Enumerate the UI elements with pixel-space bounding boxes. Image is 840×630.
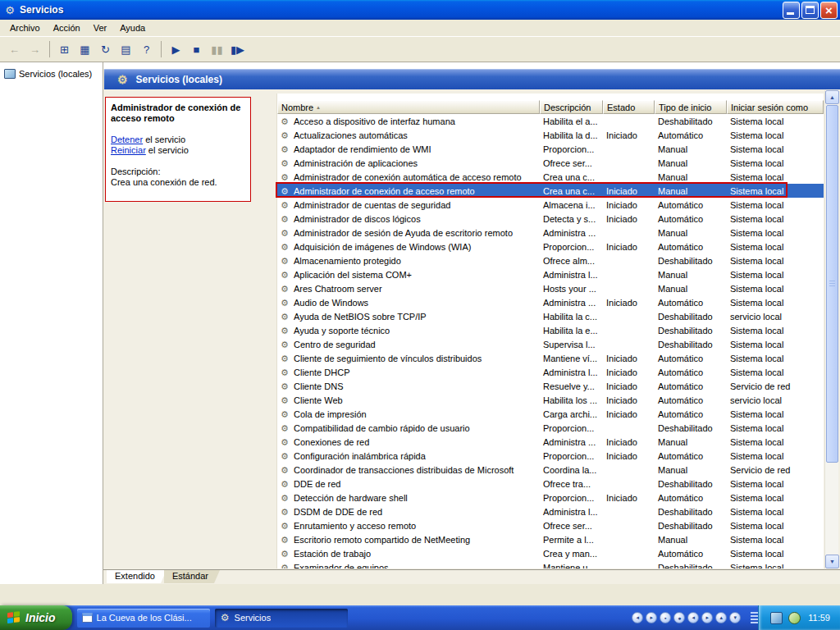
service-name-cell: DSDM de DDE de red [277, 507, 540, 517]
menu-item-ayuda[interactable]: Ayuda [113, 21, 152, 35]
table-row[interactable]: Adaptador de rendimiento de WMIProporcio… [277, 142, 824, 156]
start-button[interactable]: Inicio [0, 605, 72, 630]
media-button[interactable]: ◂ [632, 612, 643, 623]
service-name: Administrador de discos lógicos [294, 214, 421, 224]
table-row[interactable]: Acceso a dispositivo de interfaz humanaH… [277, 114, 824, 128]
service-gear-icon [281, 186, 290, 196]
table-row[interactable]: Escritorio remoto compartido de NetMeeti… [277, 532, 824, 546]
service-startup-type-cell: Automático [655, 214, 727, 224]
system-tray: 11:59 [758, 605, 840, 630]
column-header-4[interactable]: Tipo de inicio [655, 100, 727, 114]
service-startup-type-cell: Manual [655, 158, 727, 168]
table-row[interactable]: Cliente de seguimiento de vínculos distr… [277, 351, 824, 365]
table-row[interactable]: Audio de WindowsAdministra ...IniciadoAu… [277, 295, 824, 309]
table-row[interactable]: Configuración inalámbrica rápidaProporci… [277, 449, 824, 463]
table-row[interactable]: Compatibilidad de cambio rápido de usuar… [277, 421, 824, 435]
column-header-2[interactable]: Descripción [540, 100, 603, 114]
table-row[interactable]: Aplicación del sistema COM+Administra l.… [277, 267, 824, 281]
media-button[interactable]: ◂ [687, 612, 699, 623]
main-top-strip [103, 62, 840, 69]
service-logon-as-cell: Sistema local [727, 563, 824, 569]
vertical-scrollbar[interactable]: ▲ ▼ [824, 90, 838, 568]
service-status-cell: Iniciado [603, 214, 655, 224]
table-row[interactable]: DDE de redOfrece tra...DeshabilitadoSist… [277, 477, 824, 491]
stop-service-icon[interactable]: ■ [187, 40, 206, 58]
service-gear-icon [281, 340, 290, 349]
service-logon-as-cell: Sistema local [727, 214, 824, 224]
table-row[interactable]: Cliente DHCPAdministra l...IniciadoAutom… [277, 365, 824, 379]
table-row[interactable]: Detección de hardware shellProporcion...… [277, 491, 824, 504]
media-button[interactable]: ▴ [715, 612, 727, 623]
service-description-cell: Proporcion... [540, 423, 603, 433]
stop-service-link[interactable]: Detener [111, 135, 143, 144]
restart-service-link[interactable]: Reiniciar [111, 145, 146, 155]
tab-estndar[interactable]: Estándar [164, 570, 220, 583]
menu-item-archivo[interactable]: Archivo [3, 21, 47, 35]
deskband-grip[interactable] [751, 612, 758, 623]
table-row[interactable]: Examinador de equiposMantiene u...Deshab… [277, 560, 824, 568]
table-row[interactable]: Ares Chatroom serverHosts your ...Manual… [277, 281, 824, 295]
export-list-icon[interactable]: ▤ [116, 40, 135, 58]
table-row[interactable]: Almacenamiento protegidoOfrece alm...Des… [277, 253, 824, 267]
table-row[interactable]: Administrador de discos lógicosDetecta y… [277, 212, 824, 226]
table-row[interactable]: Administrador de conexión de acceso remo… [277, 184, 824, 198]
media-button[interactable]: ▸ [646, 612, 657, 623]
table-row[interactable]: Estación de trabajoCrea y man...Automáti… [277, 546, 824, 560]
service-description-cell: Proporcion... [540, 451, 603, 461]
table-row[interactable]: Ayuda y soporte técnicoHabilita la e...D… [277, 323, 824, 337]
table-row[interactable]: Enrutamiento y acceso remotoOfrece ser..… [277, 518, 824, 532]
table-row[interactable]: Cliente DNSResuelve y...IniciadoAutomáti… [277, 379, 824, 393]
tab-extendido[interactable]: Extendido [107, 570, 167, 583]
properties-icon[interactable]: ▦ [75, 40, 94, 58]
service-description-cell: Administra ... [540, 228, 603, 238]
service-name: Ares Chatroom server [294, 284, 382, 294]
table-row[interactable]: Actualizaciones automáticasHabilita la d… [277, 128, 824, 142]
media-button[interactable]: ▸ [701, 612, 713, 623]
service-description-cell: Habilita el a... [540, 116, 603, 126]
close-button[interactable] [820, 2, 838, 19]
taskbar-task[interactable]: La Cueva de los Clási... [77, 609, 210, 628]
table-row[interactable]: Coordinador de transacciones distribuida… [277, 463, 824, 477]
media-button[interactable]: ● [673, 612, 685, 623]
table-row[interactable]: DSDM de DDE de redAdministra l...Deshabi… [277, 504, 824, 518]
table-row[interactable]: Administrador de sesión de Ayuda de escr… [277, 226, 824, 240]
volume-icon[interactable] [788, 612, 801, 624]
table-row[interactable]: Administrador de conexión automática de … [277, 170, 824, 184]
table-row[interactable]: Cola de impresiónCarga archi...IniciadoA… [277, 407, 824, 421]
tree-item-servicios-locales[interactable]: Servicios (locales) [0, 62, 103, 79]
table-row[interactable]: Cliente WebHabilita los ...IniciadoAutom… [277, 393, 824, 407]
scroll-down-icon[interactable]: ▼ [825, 555, 839, 568]
service-name-cell: Almacenamiento protegido [277, 256, 540, 266]
menu-item-accin[interactable]: Acción [47, 21, 87, 35]
back-icon[interactable]: ← [5, 40, 24, 58]
table-row[interactable]: Administrador de cuentas de seguridadAlm… [277, 198, 824, 212]
taskbar-task[interactable]: Servicios [215, 609, 348, 628]
scroll-up-icon[interactable]: ▲ [825, 90, 839, 104]
media-button[interactable]: ▾ [729, 612, 741, 623]
service-name: Ayuda de NetBIOS sobre TCP/IP [294, 312, 427, 322]
service-description-cell: Administra l... [540, 270, 603, 280]
menu-item-ver[interactable]: Ver [87, 21, 114, 35]
column-header-3[interactable]: Estado [603, 100, 655, 114]
forward-icon[interactable]: → [25, 40, 44, 58]
media-button[interactable]: ▪ [660, 612, 671, 623]
show-console-tree-icon[interactable]: ⊞ [55, 40, 74, 58]
close-icon [821, 2, 837, 18]
table-row[interactable]: Administración de aplicacionesOfrece ser… [277, 156, 824, 170]
column-header-5[interactable]: Iniciar sesión como [727, 100, 824, 114]
network-icon[interactable] [770, 612, 783, 624]
service-description-cell: Habilita los ... [540, 395, 603, 405]
minimize-button[interactable] [783, 2, 800, 19]
table-row[interactable]: Conexiones de redAdministra ...IniciadoM… [277, 435, 824, 449]
start-service-icon[interactable]: ▶ [167, 40, 185, 58]
column-header-1[interactable]: Nombre▴ [277, 100, 540, 114]
table-row[interactable]: Centro de seguridadSupervisa l...Deshabi… [277, 337, 824, 351]
scrollbar-thumb[interactable] [826, 105, 838, 463]
help-icon[interactable]: ? [137, 40, 156, 58]
restart-service-icon[interactable]: ▮▶ [228, 40, 247, 58]
table-row[interactable]: Adquisición de imágenes de Windows (WIA)… [277, 240, 824, 253]
pause-service-icon[interactable]: ▮▮ [208, 40, 226, 58]
refresh-icon[interactable]: ↻ [96, 40, 115, 58]
table-row[interactable]: Ayuda de NetBIOS sobre TCP/IPHabilita la… [277, 309, 824, 323]
maximize-button[interactable] [801, 2, 819, 19]
